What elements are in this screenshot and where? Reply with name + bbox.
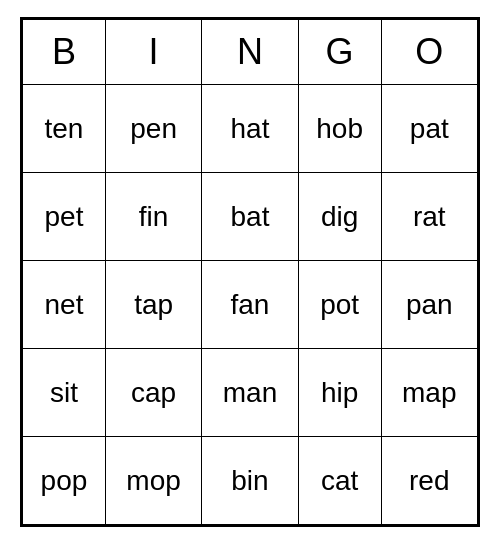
bingo-cell-3-0[interactable]: sit (23, 349, 106, 437)
header-b: B (23, 20, 106, 85)
bingo-cell-4-4[interactable]: red (381, 437, 477, 525)
bingo-cell-2-0[interactable]: net (23, 261, 106, 349)
bingo-cell-4-1[interactable]: mop (105, 437, 201, 525)
bingo-cell-0-4[interactable]: pat (381, 85, 477, 173)
bingo-cell-2-1[interactable]: tap (105, 261, 201, 349)
bingo-cell-1-2[interactable]: bat (202, 173, 298, 261)
bingo-cell-3-1[interactable]: cap (105, 349, 201, 437)
bingo-row-4: popmopbincatred (23, 437, 478, 525)
header-i: I (105, 20, 201, 85)
bingo-row-0: tenpenhathobpat (23, 85, 478, 173)
bingo-cell-4-0[interactable]: pop (23, 437, 106, 525)
header-n: N (202, 20, 298, 85)
bingo-row-1: petfinbatdigrat (23, 173, 478, 261)
bingo-cell-2-4[interactable]: pan (381, 261, 477, 349)
bingo-cell-0-3[interactable]: hob (298, 85, 381, 173)
bingo-cell-3-3[interactable]: hip (298, 349, 381, 437)
bingo-cell-0-1[interactable]: pen (105, 85, 201, 173)
bingo-cell-1-1[interactable]: fin (105, 173, 201, 261)
bingo-cell-0-0[interactable]: ten (23, 85, 106, 173)
bingo-cell-4-3[interactable]: cat (298, 437, 381, 525)
bingo-cell-4-2[interactable]: bin (202, 437, 298, 525)
bingo-cell-0-2[interactable]: hat (202, 85, 298, 173)
bingo-card: B I N G O tenpenhathobpatpetfinbatdigrat… (20, 17, 480, 527)
bingo-cell-1-4[interactable]: rat (381, 173, 477, 261)
bingo-row-3: sitcapmanhipmap (23, 349, 478, 437)
bingo-cell-3-2[interactable]: man (202, 349, 298, 437)
header-o: O (381, 20, 477, 85)
bingo-cell-1-3[interactable]: dig (298, 173, 381, 261)
bingo-cell-1-0[interactable]: pet (23, 173, 106, 261)
header-g: G (298, 20, 381, 85)
bingo-cell-2-3[interactable]: pot (298, 261, 381, 349)
bingo-row-2: nettapfanpotpan (23, 261, 478, 349)
bingo-header-row: B I N G O (23, 20, 478, 85)
bingo-cell-3-4[interactable]: map (381, 349, 477, 437)
bingo-cell-2-2[interactable]: fan (202, 261, 298, 349)
